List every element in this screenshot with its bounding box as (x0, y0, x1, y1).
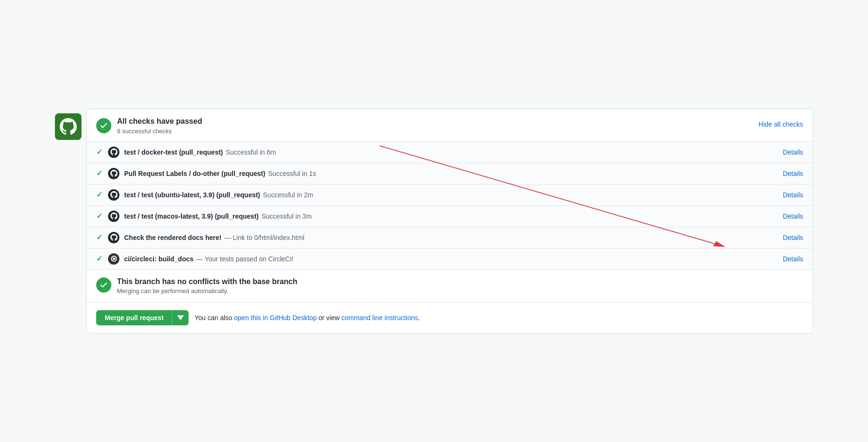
merge-button-group: Merge pull request (96, 310, 189, 325)
check-row: ✓test / test (ubuntu-latest, 3.9) (pull_… (87, 184, 813, 206)
check-info: test / test (ubuntu-latest, 3.9) (pull_r… (124, 191, 783, 199)
check-tick-icon: ✓ (96, 233, 102, 242)
check-name: test / test (macos-latest, 3.9) (pull_re… (124, 212, 259, 220)
checks-subtitle: 8 successful checks (117, 128, 202, 135)
check-details-button[interactable]: Details (783, 147, 803, 157)
check-row: ✓ci/circleci: build_docs— Your tests pas… (87, 249, 813, 269)
check-info: test / test (macos-latest, 3.9) (pull_re… (124, 212, 783, 220)
check-service-icon (108, 211, 119, 222)
check-service-icon (108, 253, 119, 265)
success-icon (96, 118, 111, 133)
check-name: Check the rendered docs here! (124, 234, 221, 241)
check-details-button[interactable]: Details (783, 169, 803, 178)
check-details-button[interactable]: Details (783, 212, 803, 221)
check-name: test / test (ubuntu-latest, 3.9) (pull_r… (124, 191, 260, 199)
branch-success-icon (96, 277, 111, 293)
merge-text: You can also open this in GitHub Desktop… (194, 314, 420, 322)
check-info: Pull Request Labels / do-other (pull_req… (124, 170, 783, 177)
check-service-icon (108, 147, 119, 158)
merge-dropdown-button[interactable] (172, 310, 189, 325)
check-row: ✓Check the rendered docs here!— Link to … (87, 227, 813, 249)
svg-point-2 (113, 258, 115, 260)
check-name: ci/circleci: build_docs (124, 255, 193, 263)
checks-title-group: All checks have passed 8 successful chec… (117, 117, 202, 135)
main-card: All checks have passed 8 successful chec… (86, 109, 813, 333)
check-status: — Link to 0/html/index.html (224, 234, 304, 241)
check-status: Successful in 1s (268, 170, 316, 177)
check-tick-icon: ✓ (96, 212, 102, 221)
branch-info: This branch has no conflicts with the ba… (117, 277, 298, 295)
check-info: Check the rendered docs here!— Link to 0… (124, 234, 783, 241)
github-logo (55, 113, 81, 140)
check-tick-icon: ✓ (96, 190, 102, 199)
merge-pull-request-button[interactable]: Merge pull request (96, 310, 172, 325)
merge-text-middle: or view (316, 314, 341, 322)
check-row: ✓test / docker-test (pull_request)Succes… (87, 142, 813, 163)
check-tick-icon: ✓ (96, 169, 102, 178)
check-row: ✓test / test (macos-latest, 3.9) (pull_r… (87, 206, 813, 227)
check-service-icon (108, 168, 119, 179)
check-status: Successful in 2m (263, 191, 313, 199)
merge-text-prefix: You can also (194, 314, 234, 322)
check-details-button[interactable]: Details (783, 254, 803, 264)
check-name: test / docker-test (pull_request) (124, 148, 223, 156)
check-status: Successful in 3m (262, 212, 312, 220)
checks-header-left: All checks have passed 8 successful chec… (96, 117, 202, 135)
page-wrapper: All checks have passed 8 successful chec… (55, 109, 813, 333)
branch-subtitle: Merging can be performed automatically. (117, 287, 298, 295)
check-status: — Your tests passed on CircleCI! (196, 255, 293, 263)
check-name: Pull Request Labels / do-other (pull_req… (124, 170, 265, 177)
check-status: Successful in 6m (226, 148, 276, 156)
checks-list: ✓test / docker-test (pull_request)Succes… (87, 142, 813, 270)
check-tick-icon: ✓ (96, 147, 102, 157)
check-tick-icon: ✓ (96, 254, 102, 263)
hide-all-checks-button[interactable]: Hide all checks (759, 120, 803, 129)
command-line-link[interactable]: command line instructions (341, 314, 418, 322)
checks-header: All checks have passed 8 successful chec… (87, 109, 813, 142)
checks-title: All checks have passed (117, 117, 202, 127)
check-details-button[interactable]: Details (783, 233, 803, 242)
branch-title: This branch has no conflicts with the ba… (117, 277, 298, 286)
check-service-icon (108, 232, 119, 243)
check-details-button[interactable]: Details (783, 190, 803, 200)
check-row: ✓Pull Request Labels / do-other (pull_re… (87, 163, 813, 184)
check-service-icon (108, 189, 119, 201)
check-info: test / docker-test (pull_request)Success… (124, 148, 783, 156)
github-desktop-link[interactable]: open this in GitHub Desktop (234, 314, 316, 322)
branch-section: This branch has no conflicts with the ba… (87, 270, 813, 303)
merge-text-suffix: . (418, 314, 420, 322)
check-info: ci/circleci: build_docs— Your tests pass… (124, 255, 783, 263)
merge-section: Merge pull request You can also open thi… (87, 303, 813, 333)
